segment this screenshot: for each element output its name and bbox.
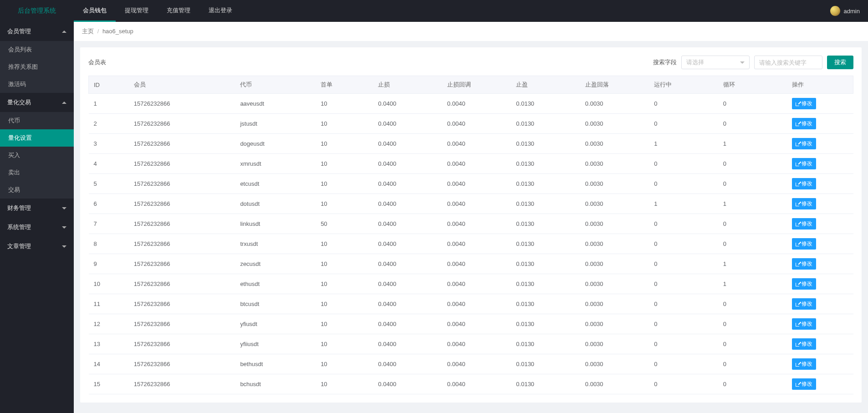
cell: 0.0030 bbox=[580, 294, 649, 314]
cell: 0 bbox=[649, 234, 718, 254]
edit-button[interactable]: 修改 bbox=[792, 358, 816, 370]
cell: dotusdt bbox=[235, 194, 316, 214]
cell: 15726232866 bbox=[129, 234, 235, 254]
sidebar-section-4[interactable]: 文章管理 bbox=[0, 237, 74, 256]
edit-button[interactable]: 修改 bbox=[792, 118, 816, 129]
cell-op: 修改 bbox=[787, 254, 853, 274]
edit-button[interactable]: 修改 bbox=[792, 258, 816, 270]
edit-icon bbox=[796, 382, 800, 387]
cell: 0.0400 bbox=[373, 294, 442, 314]
cell: 0 bbox=[718, 174, 787, 194]
col-8: 运行中 bbox=[649, 76, 718, 94]
edit-icon bbox=[796, 202, 800, 206]
cell: 0.0400 bbox=[373, 254, 442, 274]
cell: 0.0400 bbox=[373, 314, 442, 334]
sidebar-item-1-4[interactable]: 交易 bbox=[0, 181, 74, 199]
sidebar-item-0-1[interactable]: 推荐关系图 bbox=[0, 58, 74, 76]
cell: bethusdt bbox=[235, 354, 316, 374]
search-field-select[interactable]: 请选择 bbox=[681, 56, 750, 69]
cell: 15726232866 bbox=[129, 94, 235, 114]
sidebar-section-3[interactable]: 系统管理 bbox=[0, 218, 74, 237]
edit-button[interactable]: 修改 bbox=[792, 158, 816, 169]
cell: 0.0030 bbox=[580, 154, 649, 174]
cell-op: 修改 bbox=[787, 174, 853, 194]
cell: 0.0130 bbox=[511, 194, 580, 214]
top-nav-item-3[interactable]: 退出登录 bbox=[199, 0, 241, 22]
edit-button[interactable]: 修改 bbox=[792, 238, 816, 250]
cell-op: 修改 bbox=[787, 214, 853, 234]
cell: 0.0130 bbox=[511, 354, 580, 374]
cell: 0.0130 bbox=[511, 374, 580, 394]
cell: 0 bbox=[718, 214, 787, 234]
search-input[interactable] bbox=[754, 56, 822, 69]
col-1: 会员 bbox=[129, 76, 235, 94]
sidebar-section-1[interactable]: 量化交易 bbox=[0, 93, 74, 112]
edit-button[interactable]: 修改 bbox=[792, 378, 816, 390]
edit-button[interactable]: 修改 bbox=[792, 98, 816, 109]
cell: 0.0030 bbox=[580, 354, 649, 374]
cell: 1 bbox=[649, 194, 718, 214]
breadcrumb-home[interactable]: 主页 bbox=[82, 28, 94, 35]
sidebar-section-label: 文章管理 bbox=[7, 242, 31, 250]
cell: 15726232866 bbox=[129, 374, 235, 394]
cell: 15726232866 bbox=[129, 154, 235, 174]
cell: 10 bbox=[316, 174, 373, 194]
cell: 10 bbox=[316, 274, 373, 294]
edit-icon bbox=[796, 242, 800, 246]
sidebar-item-1-1[interactable]: 量化设置 bbox=[0, 129, 74, 147]
table-row: 115726232866aaveusdt100.04000.00400.0130… bbox=[89, 94, 853, 114]
edit-button[interactable]: 修改 bbox=[792, 318, 816, 330]
cell: jstusdt bbox=[235, 114, 316, 134]
cell: 0.0030 bbox=[580, 114, 649, 134]
edit-button-label: 修改 bbox=[802, 240, 812, 248]
edit-button-label: 修改 bbox=[802, 340, 812, 348]
cell: 10 bbox=[89, 274, 129, 294]
search-button[interactable]: 搜索 bbox=[827, 56, 853, 69]
cell: 0 bbox=[718, 234, 787, 254]
table-row: 1215726232866yfiusdt100.04000.00400.0130… bbox=[89, 314, 853, 334]
table-row: 615726232866dotusdt100.04000.00400.01300… bbox=[89, 194, 853, 214]
cell: 12 bbox=[89, 314, 129, 334]
sidebar-item-1-3[interactable]: 卖出 bbox=[0, 164, 74, 181]
cell: 1 bbox=[718, 134, 787, 154]
sidebar-item-1-2[interactable]: 买入 bbox=[0, 147, 74, 164]
cell-op: 修改 bbox=[787, 354, 853, 374]
edit-button[interactable]: 修改 bbox=[792, 278, 816, 290]
edit-button-label: 修改 bbox=[802, 320, 812, 328]
cell: 50 bbox=[316, 214, 373, 234]
cell: 0.0030 bbox=[580, 334, 649, 354]
cell-op: 修改 bbox=[787, 194, 853, 214]
table-row: 715726232866linkusdt500.04000.00400.0130… bbox=[89, 214, 853, 234]
cell: 1 bbox=[718, 194, 787, 214]
edit-button[interactable]: 修改 bbox=[792, 198, 816, 209]
cell: 0.0400 bbox=[373, 334, 442, 354]
edit-button[interactable]: 修改 bbox=[792, 298, 816, 310]
cell: yfiiusdt bbox=[235, 334, 316, 354]
cell: 0.0040 bbox=[442, 194, 511, 214]
edit-button[interactable]: 修改 bbox=[792, 338, 816, 350]
edit-button[interactable]: 修改 bbox=[792, 178, 816, 189]
cell: 0 bbox=[649, 314, 718, 334]
sidebar-item-0-0[interactable]: 会员列表 bbox=[0, 41, 74, 58]
cell: 0.0400 bbox=[373, 374, 442, 394]
top-nav-item-1[interactable]: 提现管理 bbox=[116, 0, 158, 22]
username-label: admin bbox=[844, 8, 860, 15]
user-menu[interactable]: admin bbox=[822, 0, 868, 22]
edit-icon bbox=[796, 302, 800, 306]
edit-button[interactable]: 修改 bbox=[792, 138, 816, 149]
sidebar-section-0[interactable]: 会员管理 bbox=[0, 22, 74, 41]
top-nav-item-0[interactable]: 会员钱包 bbox=[74, 0, 116, 22]
cell-op: 修改 bbox=[787, 94, 853, 114]
sidebar-item-0-2[interactable]: 激活码 bbox=[0, 76, 74, 93]
cell: 0.0040 bbox=[442, 174, 511, 194]
top-nav-item-2[interactable]: 充值管理 bbox=[158, 0, 199, 22]
edit-icon bbox=[796, 162, 800, 166]
sidebar-item-1-0[interactable]: 代币 bbox=[0, 112, 74, 129]
sidebar-section-2[interactable]: 财务管理 bbox=[0, 199, 74, 218]
cell: 10 bbox=[316, 354, 373, 374]
cell: 5 bbox=[89, 174, 129, 194]
edit-button[interactable]: 修改 bbox=[792, 218, 816, 229]
cell: 0 bbox=[649, 354, 718, 374]
cell: bchusdt bbox=[235, 374, 316, 394]
cell: 7 bbox=[89, 214, 129, 234]
